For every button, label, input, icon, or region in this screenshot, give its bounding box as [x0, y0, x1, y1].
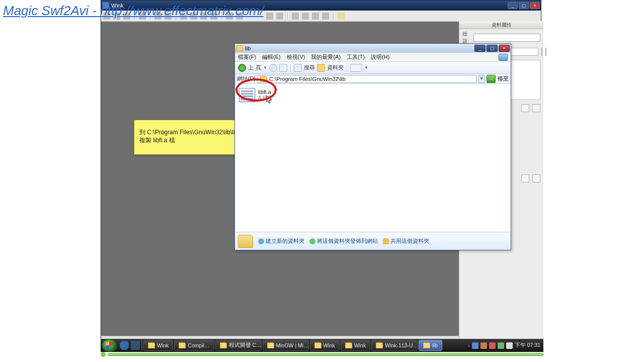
task-folder-icon [148, 342, 155, 348]
tray-chevron-icon[interactable]: ‹ [468, 342, 470, 348]
file-type: A 檔案 [258, 95, 273, 101]
prop-tool-d-icon[interactable] [532, 174, 540, 183]
prop-btn-2-icon[interactable] [545, 48, 546, 56]
tray-icon-2[interactable] [480, 342, 487, 349]
taskbar-item[interactable]: Wink [310, 340, 340, 351]
seek-track[interactable] [108, 353, 543, 356]
explorer-minimize-button[interactable]: _ [474, 45, 486, 52]
task-icon-3 [383, 238, 389, 244]
address-field[interactable]: C:\Program Files\GnuWin32\lib [258, 75, 476, 83]
prop-btn-1-icon[interactable] [541, 48, 542, 56]
tray-icon-3[interactable] [489, 342, 496, 349]
prop-tool-c-icon[interactable] [521, 174, 529, 183]
menu-edit[interactable]: 編輯(E) [262, 53, 281, 61]
address-text: C:\Program Files\GnuWin32\lib [269, 76, 346, 82]
windows-logo-icon [499, 54, 508, 61]
task-folder-icon [314, 342, 321, 348]
properties-header: 資料屬性 [459, 21, 543, 29]
nav-folders-label: 資料夾 [327, 64, 344, 71]
menu-favorites[interactable]: 我的最愛(A) [311, 53, 341, 61]
nav-up-button[interactable] [279, 64, 287, 72]
tool-next-icon[interactable] [276, 13, 283, 20]
taskbar-item[interactable]: Wink [341, 340, 370, 351]
tool-arrow-icon[interactable] [322, 13, 329, 20]
prop-title-input[interactable] [473, 34, 540, 42]
menu-view[interactable]: 檢視(V) [287, 53, 305, 61]
address-folder-icon [260, 76, 267, 82]
file-item-libfl[interactable]: libfl.a A 檔案 [239, 88, 299, 102]
wink-maximize-button[interactable]: ▢ [519, 2, 529, 9]
taskbar-item[interactable]: Compil… [174, 340, 214, 351]
task-share[interactable]: 共用這個資料夾 [383, 238, 429, 245]
task-icon-1 [258, 238, 264, 244]
explorer-tasks-pane: 建立新的資料夾 將這個資料夾發佈到網站 共用這個資料夾 [235, 232, 511, 250]
go-label: 移至 [498, 75, 509, 82]
taskbar-item-label: lib [432, 342, 438, 348]
folder-icon [236, 45, 243, 51]
file-name: libfl.a [258, 89, 273, 95]
explorer-menubar: 檔案(F) 編輯(E) 檢視(V) 我的最愛(A) 工具(T) 說明(H) [235, 53, 511, 62]
task-folder-icon [376, 342, 383, 348]
taskbar-item[interactable]: Wink-113-U… [371, 340, 418, 351]
wink-minimize-button[interactable]: _ [508, 2, 518, 9]
explorer-window: lib _ ▢ × 檔案(F) 編輯(E) 檢視(V) 我的最愛(A) 工具(T… [234, 43, 511, 250]
menu-help[interactable]: 說明(H) [371, 53, 389, 61]
play-button-icon[interactable] [101, 352, 106, 357]
explorer-file-area[interactable]: libfl.a A 檔案 [235, 84, 511, 232]
explorer-maximize-button[interactable]: ▢ [487, 45, 498, 52]
quicklaunch-desktop-icon[interactable] [131, 341, 140, 350]
start-button[interactable] [102, 339, 118, 352]
system-tray: ‹ 下午 07:31 [465, 342, 543, 349]
tool-text-icon[interactable] [302, 13, 309, 20]
taskbar-item[interactable]: lib [419, 340, 442, 351]
prop-title-label: 標題: [462, 31, 470, 45]
taskbar-item[interactable]: MinGW | Mi… [263, 340, 309, 351]
explorer-title-text: lib [245, 45, 251, 51]
tool-frame-icon[interactable] [292, 13, 299, 20]
go-button[interactable]: → [487, 75, 496, 83]
task-new-folder[interactable]: 建立新的資料夾 [258, 238, 304, 245]
tray-icon-1[interactable] [472, 342, 478, 349]
player-seekbar[interactable] [101, 352, 543, 357]
quicklaunch-ie-icon[interactable] [120, 341, 129, 350]
file-label: libfl.a A 檔案 [258, 89, 273, 101]
explorer-titlebar[interactable]: lib _ ▢ × [235, 44, 511, 53]
prop-tool-b-icon[interactable] [532, 104, 540, 112]
windows-taskbar: WinkCompil…程式開發 C…MinGW | Mi…WinkWinkWin… [101, 339, 543, 352]
taskbar-item[interactable]: Wink [143, 340, 173, 351]
nav-forward-button[interactable] [269, 64, 277, 72]
menu-file[interactable]: 檔案(F) [238, 53, 256, 61]
wink-close-button[interactable]: × [530, 2, 540, 9]
address-dropdown-button[interactable]: ▼ [478, 75, 485, 83]
tool-help-icon[interactable] [338, 13, 345, 20]
tool-shape-icon[interactable] [312, 13, 319, 20]
taskbar-item-label: Wink-113-U… [385, 342, 418, 348]
folders-icon[interactable] [317, 64, 325, 72]
task-folder-icon [267, 342, 274, 348]
task-folder-icon [423, 342, 430, 348]
tool-play-icon[interactable] [266, 13, 273, 20]
file-icon [239, 88, 255, 102]
explorer-close-button[interactable]: × [499, 45, 510, 52]
taskbar-item-label: Compil… [188, 342, 209, 348]
views-button[interactable] [350, 64, 362, 72]
tray-icon-5[interactable] [506, 342, 513, 349]
search-icon[interactable] [294, 64, 302, 72]
nav-back-label: 上 [248, 64, 254, 71]
tray-icon-4[interactable] [498, 342, 504, 349]
task-folder-icon [179, 342, 186, 348]
taskbar-item-label: MinGW | Mi… [276, 342, 309, 348]
explorer-nav-toolbar: 上 頁 ▼ 搜尋 資料夾 ▼ [235, 62, 511, 74]
tray-clock: 下午 07:31 [515, 342, 540, 349]
taskbar-item[interactable]: 程式開發 C… [215, 340, 262, 351]
prop-tool-a-icon[interactable] [521, 104, 529, 112]
taskbar-item-label: Wink [324, 342, 335, 348]
menu-tools[interactable]: 工具(T) [347, 53, 365, 61]
task-publish[interactable]: 將這個資料夾發佈到網站 [309, 238, 378, 245]
task-folder-icon [220, 342, 227, 348]
nav-back-label2: 頁 [256, 64, 261, 71]
nav-back-button[interactable] [238, 64, 246, 72]
task-folder-icon [345, 342, 352, 348]
task-icon-2 [309, 238, 315, 244]
taskbar-item-label: Wink [157, 342, 169, 348]
